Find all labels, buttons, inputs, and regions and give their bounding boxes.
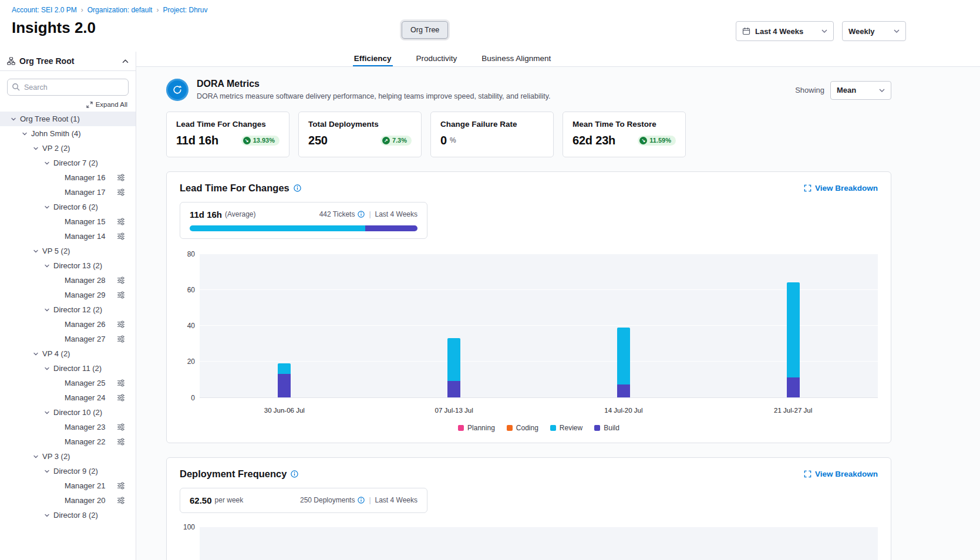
info-icon[interactable] (358, 497, 365, 504)
tree-item[interactable]: Manager 23 (0, 420, 136, 434)
chevron-down-icon[interactable] (43, 512, 51, 518)
filter-sliders-icon[interactable] (117, 497, 125, 506)
filter-sliders-icon[interactable] (117, 335, 125, 345)
tree-item[interactable]: Director 12 (2) (0, 302, 136, 317)
summary-meta: 250 Deployments | Last 4 Weeks (300, 496, 417, 504)
summary-count: 250 Deployments (300, 496, 355, 504)
date-range-select[interactable]: Last 4 Weeks (736, 21, 834, 41)
legend-label: Build (604, 424, 619, 432)
showing-select[interactable]: Mean (830, 81, 891, 100)
chevron-down-icon[interactable] (43, 160, 51, 166)
lead-time-view-breakdown[interactable]: View Breakdown (804, 184, 878, 193)
info-icon[interactable] (358, 211, 365, 218)
trend-up-icon: ↗ (382, 137, 390, 144)
filter-sliders-icon[interactable] (117, 174, 125, 183)
chevron-down-icon[interactable] (43, 204, 51, 210)
tree-item[interactable]: Manager 22 (0, 434, 136, 449)
gridline (200, 289, 878, 290)
tree-item[interactable]: Manager 21 (0, 478, 136, 493)
tree-item[interactable]: Manager 15 (0, 214, 136, 229)
filter-sliders-icon[interactable] (117, 321, 125, 330)
info-icon[interactable] (294, 184, 301, 192)
filter-sliders-icon[interactable] (117, 218, 125, 227)
filter-sliders-icon[interactable] (117, 379, 125, 389)
filter-sliders-icon[interactable] (117, 188, 125, 198)
trend-value: 13.93% (253, 137, 275, 144)
chevron-down-icon[interactable] (32, 454, 40, 460)
tree-item[interactable]: Manager 24 (0, 390, 136, 405)
tree-item[interactable]: Manager 25 (0, 376, 136, 390)
tree-item[interactable]: Director 13 (2) (0, 258, 136, 273)
filter-sliders-icon[interactable] (117, 232, 125, 242)
chevron-down-icon[interactable] (32, 248, 40, 254)
bar-week-1[interactable] (447, 254, 460, 397)
breadcrumb-link[interactable]: Project: Dhruv (163, 6, 207, 14)
chevron-down-icon[interactable] (43, 307, 51, 313)
bar-segment-build (617, 384, 630, 397)
org-tree-button[interactable]: Org Tree (402, 21, 448, 39)
bar-week-2[interactable] (617, 254, 630, 397)
tree-item[interactable]: Director 9 (2) (0, 464, 136, 478)
y-axis-label: 20 (187, 357, 195, 366)
chevron-down-icon[interactable] (9, 116, 18, 122)
tree-item[interactable]: VP 5 (2) (0, 244, 136, 258)
collapse-chevron-up-icon[interactable] (122, 59, 129, 63)
tree-item[interactable]: VP 3 (2) (0, 449, 136, 464)
tree-item[interactable]: Director 10 (2) (0, 405, 136, 420)
tree-item[interactable]: Director 11 (2) (0, 361, 136, 376)
filter-sliders-icon[interactable] (117, 438, 125, 447)
trend-value: 11.59% (649, 137, 671, 144)
summary-row: 62.50 per week 250 Deployments | Last 4 … (190, 495, 417, 505)
breadcrumb-link[interactable]: Organization: default (87, 6, 153, 14)
tree-item[interactable]: Manager 28 (0, 273, 136, 288)
tree-item-label: Director 7 (2) (53, 158, 98, 167)
tab-efficiency[interactable]: Efficiency (353, 52, 393, 66)
tree-item[interactable]: Org Tree Root (1) (0, 112, 136, 126)
tree-item-label: Manager 20 (65, 496, 105, 505)
tree-item[interactable]: Manager 17 (0, 185, 136, 200)
deployment-view-breakdown[interactable]: View Breakdown (804, 470, 878, 478)
legend-item-review[interactable]: Review (550, 424, 582, 432)
tree-item[interactable]: Manager 16 (0, 170, 136, 185)
tree-item[interactable]: Director 8 (2) (0, 508, 136, 522)
chevron-down-icon[interactable] (43, 366, 51, 372)
tab-productivity[interactable]: Productivity (415, 52, 459, 66)
metric-card-2: Change Failure Rate0% (430, 112, 554, 157)
tree-item[interactable]: Manager 29 (0, 288, 136, 302)
filter-sliders-icon[interactable] (117, 423, 125, 433)
tree-item-label: Manager 26 (65, 320, 105, 329)
breadcrumb-link[interactable]: Account: SEI 2.0 PM (12, 6, 77, 14)
granularity-select[interactable]: Weekly (842, 21, 906, 41)
tree-item[interactable]: Director 6 (2) (0, 200, 136, 214)
filter-sliders-icon[interactable] (117, 276, 125, 286)
tree-item[interactable]: Manager 20 (0, 493, 136, 508)
legend-item-build[interactable]: Build (594, 424, 619, 432)
chevron-down-icon[interactable] (21, 131, 29, 137)
chevron-down-icon[interactable] (43, 410, 51, 416)
tree-item[interactable]: John Smith (4) (0, 126, 136, 141)
tree-item[interactable]: VP 4 (2) (0, 346, 136, 361)
legend-item-coding[interactable]: Coding (507, 424, 538, 432)
tree-item[interactable]: Manager 14 (0, 229, 136, 244)
tree-item[interactable]: Director 7 (2) (0, 156, 136, 170)
chevron-down-icon[interactable] (32, 146, 40, 151)
filter-sliders-icon[interactable] (117, 482, 125, 491)
filter-sliders-icon[interactable] (117, 394, 125, 403)
info-icon[interactable] (291, 470, 298, 478)
tree-item[interactable]: VP 2 (2) (0, 141, 136, 156)
tree-item[interactable]: Manager 27 (0, 332, 136, 346)
chevron-down-icon[interactable] (32, 351, 40, 357)
chevron-down-icon[interactable] (43, 468, 51, 474)
tab-business-alignment[interactable]: Business Alignment (480, 52, 552, 66)
filter-sliders-icon[interactable] (117, 291, 125, 301)
bar-segment-review (787, 282, 800, 377)
bar-week-3[interactable] (787, 254, 800, 397)
search-input[interactable] (7, 79, 129, 96)
tree-item[interactable]: Manager 26 (0, 317, 136, 332)
metric-card-unit: % (450, 136, 456, 144)
main-area: EfficiencyProductivityBusiness Alignment… (136, 52, 980, 560)
bar-week-0[interactable] (278, 254, 291, 397)
legend-item-planning[interactable]: Planning (458, 424, 495, 432)
chevron-down-icon[interactable] (43, 263, 51, 269)
expand-all-button[interactable]: Expand All (0, 101, 127, 108)
